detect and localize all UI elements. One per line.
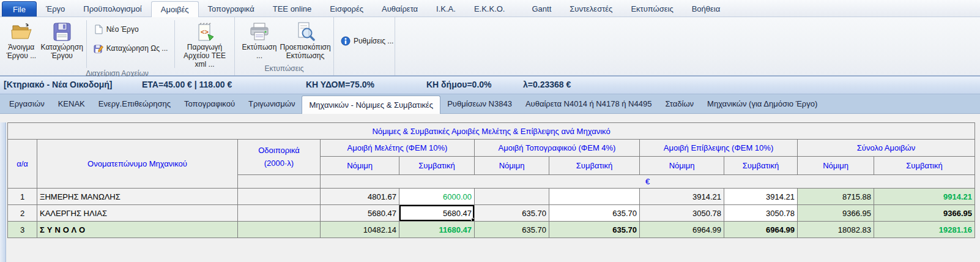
floppy-disk-icon — [51, 22, 72, 42]
menu-item-amoives[interactable]: Αμοιβές — [151, 1, 199, 17]
engineer-name-cell[interactable]: ΞΗΜΕΡΗΣ ΜΑΝΩΛΗΣ — [37, 189, 238, 205]
grid-cell[interactable]: 9914.21 — [874, 189, 975, 205]
menu-file-button[interactable]: File — [2, 1, 37, 17]
grid-cell[interactable]: 6964.99 — [640, 222, 724, 238]
grid-cell[interactable]: 3050.78 — [640, 205, 724, 222]
save-as-icon — [94, 43, 103, 53]
ribbon-group-label — [334, 64, 395, 75]
subheader-symvatiki: Συμβατική — [724, 157, 798, 175]
tee-xml-export-button[interactable]: <> Παραγωγή Αρχείου TEE xml ... — [177, 19, 232, 69]
info-icon — [341, 36, 351, 46]
save-project-button[interactable]: Καταχώρηση Έργου — [40, 19, 84, 63]
table-header-groups: α/α Ονοματεπώνυμο Μηχανικού Οδοιπορικά (… — [8, 140, 975, 157]
total-label-cell[interactable]: ΣΥΝΟΛΟ — [37, 222, 238, 238]
row-index[interactable]: 1 — [8, 189, 37, 205]
menu-item-ektyposeis[interactable]: Εκτυπώσεις — [622, 1, 682, 17]
table-title-row: Νόμιμες & Συμβατικές Αμοιβές Μελέτης & Ε… — [8, 123, 975, 140]
tab-mixanikon-nomimes-symvatikes[interactable]: Μηχανικών - Νόμιμες & Συμβατικές — [302, 95, 440, 114]
grid-cell[interactable] — [549, 189, 640, 205]
subheader-nomimi: Νόμιμη — [640, 157, 724, 175]
currency-symbol: € — [321, 175, 975, 189]
grid-cell[interactable]: 8715.88 — [798, 189, 874, 205]
tab-ergasion[interactable]: Εργασιών — [2, 94, 51, 113]
menu-item-authaireta[interactable]: Αυθαίρετα — [373, 1, 427, 17]
save-as-label: Καταχώρηση Ως ... — [106, 44, 168, 53]
menu-item-topografika[interactable]: Τοπογραφικά — [199, 1, 264, 17]
menu-item-gantt[interactable]: Gantt — [522, 1, 560, 17]
content-area: Νόμιμες & Συμβατικές Αμοιβές Μελέτης & Ε… — [0, 122, 980, 262]
xml-file-icon: <> — [195, 22, 215, 42]
new-document-icon — [94, 24, 103, 34]
application-window: File Έργο Προϋπολογισμοί Αμοιβές Τοπογρα… — [0, 0, 980, 262]
table-title: Νόμιμες & Συμβατικές Αμοιβές Μελέτης & Ε… — [8, 123, 975, 140]
grid-cell[interactable]: 635.70 — [475, 222, 549, 238]
subheader-nomimi: Νόμιμη — [321, 157, 399, 175]
tab-energ-epitheorisis[interactable]: Ενεργ.Επιθεώρησης — [92, 94, 177, 113]
tee-xml-export-label: Παραγωγή Αρχείου TEE xml ... — [178, 43, 231, 69]
open-project-button[interactable]: Άνοιγμα Έργου ... — [2, 19, 40, 63]
open-project-label: Άνοιγμα Έργου ... — [3, 43, 40, 61]
open-folder-icon — [11, 22, 32, 42]
menu-item-voitheia[interactable]: Βοήθεια — [683, 1, 730, 17]
grid-cell[interactable]: 3050.78 — [724, 205, 798, 222]
col-header-name: Ονοματεπώνυμο Μηχανικού — [37, 140, 238, 189]
print-preview-button[interactable]: Προεπισκόπιση Εκτύπωσης — [281, 19, 329, 63]
ribbon-separator — [174, 20, 175, 68]
col-header-odoiporika: Οδοιπορικά (2000·λ) — [238, 140, 321, 175]
new-project-button[interactable]: Νέο Έργο — [89, 23, 173, 36]
grid-cell[interactable]: 3914.21 — [640, 189, 724, 205]
grid-cell[interactable]: 11680.47 — [399, 222, 475, 238]
subheader-symvatiki: Συμβατική — [874, 157, 975, 175]
grid-cell[interactable]: 635.70 — [549, 205, 640, 222]
subheader-nomimi: Νόμιμη — [798, 157, 874, 175]
svg-text:<>: <> — [201, 28, 209, 36]
save-project-label: Καταχώρηση Έργου — [41, 43, 83, 61]
printer-icon — [249, 22, 270, 42]
grid-cell[interactable]: 6964.99 — [724, 222, 798, 238]
engineer-name-cell[interactable]: ΚΑΛΕΡΓΗΣ ΗΛΙΑΣ — [37, 205, 238, 222]
menu-item-ekko[interactable]: Ε.Κ.Κ.Ο. — [465, 1, 514, 17]
menu-item-ergo[interactable]: Έργο — [37, 1, 74, 17]
tab-rythmiseon-n3843[interactable]: Ρυθμίσεων N3843 — [440, 94, 519, 113]
tab-kenak[interactable]: ΚΕΝΑΚ — [51, 94, 92, 113]
grid-cell[interactable]: 18082.83 — [798, 222, 874, 238]
ribbon-group-settings: Ρυθμίσεις ... — [334, 17, 395, 75]
grid-cell[interactable]: 9366.95 — [874, 205, 975, 222]
tab-topografikou[interactable]: Τοπογραφικού — [177, 94, 242, 113]
group-header-synolo: Σύνολο Αμοιβών — [798, 140, 975, 157]
menu-item-ika[interactable]: Ι.Κ.Α. — [427, 1, 465, 17]
grid-cell[interactable]: 3914.21 — [724, 189, 798, 205]
grid-cell[interactable] — [238, 222, 321, 238]
save-as-button[interactable]: Καταχώρηση Ως ... — [89, 42, 173, 55]
grid-cell[interactable]: 635.70 — [475, 205, 549, 222]
tab-authaireta-n4014[interactable]: Αυθαίρετα N4014 ή N4178 ή N4495 — [519, 94, 659, 113]
grid-cell[interactable]: 635.70 — [549, 222, 640, 238]
grid-cell[interactable]: 19281.16 — [874, 222, 975, 238]
grid-cell[interactable]: 10482.14 — [321, 222, 399, 238]
grid-cell[interactable]: 6000.00 — [399, 189, 475, 205]
grid-cell[interactable]: 5680.47 — [321, 205, 399, 222]
kh-dimou-value: ΚΗ δήμου=0.0% — [426, 80, 492, 89]
tab-trigonismon[interactable]: Τριγωνισμών — [242, 94, 302, 113]
ribbon-separator — [86, 20, 87, 68]
fee-tabs: Εργασιών ΚΕΝΑΚ Ενεργ.Επιθεώρησης Τοπογρα… — [0, 94, 980, 114]
selected-grid-cell[interactable]: 5680.47 — [399, 205, 475, 222]
tab-mixanikon-dimosio[interactable]: Μηχανικών (για Δημόσιο Έργο) — [700, 94, 824, 113]
tab-stadion[interactable]: Σταδίων — [658, 94, 700, 113]
grid-cell[interactable]: 4801.67 — [321, 189, 399, 205]
grid-cell[interactable] — [475, 189, 549, 205]
row-index[interactable]: 3 — [8, 222, 37, 238]
odoiporika-line1: Οδοιπορικά — [240, 144, 317, 157]
col-header-index: α/α — [8, 140, 37, 189]
left-splitter[interactable] — [0, 122, 6, 262]
grid-cell[interactable] — [238, 189, 321, 205]
menu-item-tee-online[interactable]: TEE online — [264, 1, 321, 17]
menu-item-proypologismoi[interactable]: Προϋπολογισμοί — [74, 1, 150, 17]
print-button[interactable]: Εκτύπωση ... — [237, 19, 281, 63]
row-index[interactable]: 2 — [8, 205, 37, 222]
settings-button[interactable]: Ρυθμίσεις ... — [336, 34, 398, 48]
menu-item-eisfores[interactable]: Εισφορές — [321, 1, 373, 17]
grid-cell[interactable]: 9366.95 — [798, 205, 874, 222]
grid-cell[interactable] — [238, 205, 321, 222]
menu-item-syntelestes[interactable]: Συντελεστές — [560, 1, 622, 17]
